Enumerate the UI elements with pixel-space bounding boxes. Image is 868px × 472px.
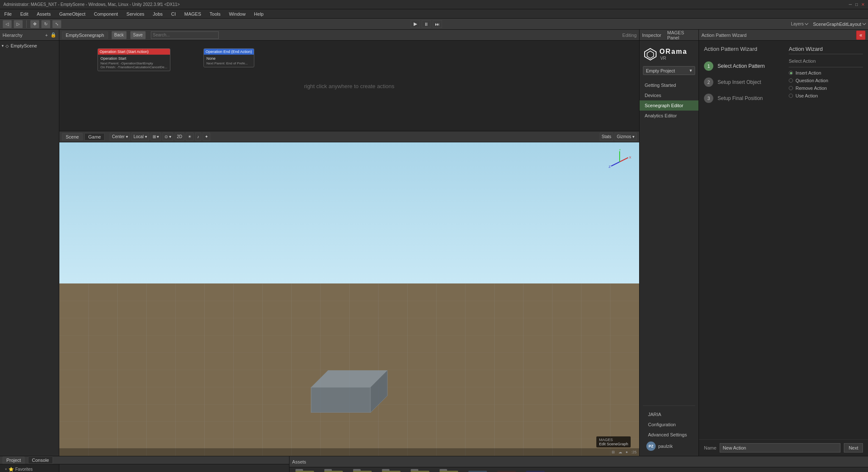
tab-scenegraph[interactable]: EmptyScenegraph (62, 31, 108, 39)
tool-scale[interactable]: ⤡ (52, 20, 61, 28)
action-use[interactable]: Use Action (789, 92, 863, 100)
light-toggle[interactable]: ☀ (186, 133, 194, 141)
tab-project[interactable]: Project (3, 456, 25, 464)
left-tree: ▾ ⭐ Favorites 🔍 New Saved Search 🔍 All M… (0, 464, 59, 472)
user-avatar: PZ (646, 441, 656, 451)
favorites-label[interactable]: Favorites (15, 467, 33, 472)
sg-node-start[interactable]: Operation Start (Start Action) Operation… (97, 48, 170, 71)
tab-game[interactable]: Game (84, 133, 105, 141)
scenegraph-body: right click anywhere to create actions O… (59, 41, 639, 131)
menu-edit[interactable]: Edit (19, 11, 30, 17)
menu-jobs[interactable]: Jobs (151, 11, 164, 17)
local-dropdown[interactable]: Local ▾ (131, 133, 149, 141)
layers-label: Layers (791, 22, 804, 26)
scene-footer-icon2[interactable]: ☁ (618, 450, 622, 454)
title-bar: Administrator: MAGES_NXT - EmptyScene - … (0, 0, 868, 9)
action-question[interactable]: Question Action (789, 77, 863, 84)
wizard-body: Action Pattern Wizard 1 Select Action Pa… (699, 41, 868, 439)
svg-text:X: X (629, 155, 632, 159)
scenegraph-search[interactable] (151, 31, 219, 39)
nav-advanced-settings[interactable]: Advanced Settings (643, 430, 695, 440)
menu-assets[interactable]: Assets (35, 11, 53, 17)
nav-scenegraph-editor[interactable]: Scenegraph Editor (640, 100, 698, 111)
inspector-label: Inspector (642, 33, 661, 38)
menu-component[interactable]: Component (92, 11, 120, 17)
back-btn[interactable]: Back (111, 31, 127, 39)
favorites-icon: ⭐ (8, 467, 14, 472)
minimize-btn[interactable]: ─ (849, 2, 852, 7)
svg-text:Z: Z (609, 165, 611, 169)
step-2-circle: 2 (704, 78, 713, 87)
orma-logo-icon (644, 47, 657, 61)
radio-question (789, 78, 793, 83)
scenegraph-area: EmptyScenegraph Back Save Editing right … (59, 30, 639, 131)
tool-move[interactable]: ✥ (30, 20, 39, 28)
stats-btn[interactable]: Stats (600, 133, 614, 141)
gizmos-dropdown[interactable]: Gizmos ▾ (615, 133, 637, 141)
grid-dropdown[interactable]: ⊞ ▾ (150, 133, 161, 141)
step-3-label: Setup Final Position (718, 95, 763, 101)
wizard-collapse-btn[interactable]: « (856, 31, 865, 40)
project-selector[interactable]: Empty Project ▾ (643, 66, 695, 75)
sg-node-end[interactable]: Operation End (End Action) None Next Par… (203, 48, 254, 67)
menu-ci[interactable]: CI (170, 11, 178, 17)
menu-window[interactable]: Window (227, 11, 247, 17)
step-btn[interactable]: ⏭ (433, 20, 442, 28)
hierarchy-expand-icon: ▾ (2, 44, 4, 48)
menu-tools[interactable]: Tools (208, 11, 223, 17)
nav-getting-started[interactable]: Getting Started (640, 80, 698, 90)
name-input[interactable] (720, 443, 840, 453)
menu-services[interactable]: Services (125, 11, 146, 17)
menu-gameobject[interactable]: GameObject (58, 11, 87, 17)
play-btn[interactable]: ▶ (411, 20, 420, 28)
wizard-steps: 1 Select Action Pattern 2 Setup Insert O… (704, 58, 780, 106)
nav-jaria[interactable]: JARIA (643, 409, 695, 419)
gizmo-dropdown[interactable]: ⊙ ▾ (162, 133, 173, 141)
project-dropdown-icon: ▾ (690, 68, 692, 73)
tree-favorites: ▾ ⭐ Favorites (2, 466, 57, 472)
view-dropdown[interactable]: 2D (175, 133, 184, 141)
redo-btn[interactable]: ▷ (14, 20, 23, 28)
undo-btn[interactable]: ◁ (3, 20, 12, 28)
sg-node-start-field2: On Finish: -TransitionCalculationCancelD… (100, 65, 167, 69)
layers-dropdown[interactable] (805, 22, 808, 25)
menu-file[interactable]: File (3, 11, 14, 17)
menu-help[interactable]: Help (252, 11, 265, 17)
empty-scene-label[interactable]: EmptyScene (11, 43, 37, 48)
nav-configuration[interactable]: Configuration (643, 419, 695, 430)
menu-mages[interactable]: MAGES (183, 11, 203, 17)
orma-logo-suffix: VR (660, 56, 666, 61)
mages-tooltip[interactable]: MAGES Edit SceneGraph (596, 436, 631, 447)
next-btn[interactable]: Next (844, 443, 863, 453)
maximize-btn[interactable]: □ (855, 2, 858, 7)
sky-background (59, 142, 639, 283)
action-remove[interactable]: Remove Action (789, 84, 863, 92)
tab-console[interactable]: Console (28, 456, 53, 464)
tab-scene[interactable]: Scene (62, 133, 83, 141)
close-btn[interactable]: ✕ (861, 2, 865, 7)
fx-toggle[interactable]: ✦ (203, 133, 210, 141)
center-dropdown[interactable]: Center ▾ (110, 133, 130, 141)
assets-header-label: Assets (292, 459, 306, 464)
scene-footer-icon3[interactable]: ● (626, 450, 628, 454)
audio-toggle[interactable]: ♪ (195, 133, 201, 141)
wizard-panel: Action Pattern Wizard « Action Pattern W… (699, 30, 868, 456)
nav-devices[interactable]: Devices (640, 90, 698, 100)
svg-line-4 (620, 158, 628, 162)
tool-rotate[interactable]: ↻ (41, 20, 50, 28)
scenegraph-header: EmptyScenegraph Back Save Editing (59, 30, 639, 41)
scene-footer-icon1[interactable]: ⊞ (612, 450, 615, 454)
layout-dropdown[interactable] (862, 22, 866, 25)
wizard-main-title: Action Pattern Wizard (704, 46, 780, 52)
wizard-footer: Name Next (699, 439, 868, 456)
title-text: Administrator: MAGES_NXT - EmptyScene - … (3, 2, 180, 7)
wizard-step-1: 1 Select Action Pattern (704, 58, 780, 74)
sg-node-end-field1: Next Parent: End of Prefe... (206, 61, 251, 65)
save-btn[interactable]: Save (130, 31, 146, 39)
pause-btn[interactable]: ⏸ (422, 20, 431, 28)
hierarchy-lock[interactable]: 🔒 (50, 32, 56, 38)
action-insert[interactable]: Insert Action (789, 69, 863, 77)
nav-analytics-editor[interactable]: Analytics Editor (640, 111, 698, 121)
hierarchy-expand[interactable]: + (45, 33, 48, 38)
action-wizard-column: Action Wizard Select Action Insert Actio… (789, 46, 863, 434)
